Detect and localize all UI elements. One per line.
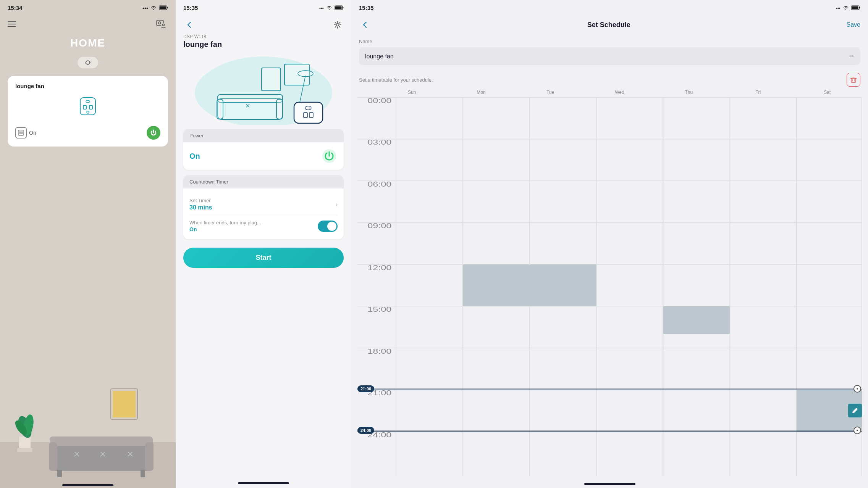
- svg-rect-19: [113, 391, 136, 417]
- svg-marker-7: [90, 61, 91, 63]
- timer-card: Countdown Timer Set Timer 30 mins ›: [183, 175, 344, 239]
- menu-button[interactable]: [8, 21, 16, 27]
- back-button-2[interactable]: [183, 19, 196, 31]
- svg-rect-37: [62, 484, 113, 486]
- svg-rect-39: [343, 7, 344, 8]
- grid-body-wrap: 00:00 03:00 06:00 09:00 12:00 15:00 18:0…: [357, 97, 862, 476]
- status-right-1: ▪▪▪: [142, 5, 168, 11]
- marker-24-line: [374, 430, 853, 431]
- edit-name-button[interactable]: ✏: [849, 53, 854, 60]
- svg-rect-59: [859, 7, 860, 8]
- power-status: On: [189, 152, 200, 161]
- back-button-3[interactable]: [359, 19, 371, 31]
- status-right-2: ▪▪▪: [319, 5, 344, 11]
- timer-toggle-switch[interactable]: [318, 221, 338, 232]
- svg-rect-10: [83, 105, 86, 109]
- edit-schedule-button[interactable]: [848, 404, 862, 417]
- power-card-header: Power: [183, 129, 344, 142]
- status-bar-3: 15:35 ▪▪▪: [351, 0, 868, 14]
- device-card: lounge fan: [8, 76, 168, 147]
- device-header: [176, 16, 351, 34]
- marker-24-handle[interactable]: [853, 427, 861, 434]
- svg-rect-28: [145, 442, 154, 471]
- timetable-row: Set a timetable for your schedule.: [351, 68, 868, 90]
- sync-button[interactable]: [78, 57, 98, 68]
- svg-text:18:00: 18:00: [367, 347, 391, 355]
- start-button[interactable]: Start: [183, 248, 344, 268]
- set-timer-label: Set Timer: [189, 198, 212, 203]
- svg-text:15:00: 15:00: [367, 305, 391, 313]
- col-wed: Wed: [585, 90, 654, 95]
- svg-rect-44: [218, 95, 283, 102]
- power-toggle-button[interactable]: [321, 148, 338, 164]
- device-status-icon: [15, 127, 27, 139]
- settings-button[interactable]: [331, 19, 344, 31]
- timer-toggle-row: When timer ends, turn my plug... On: [189, 215, 338, 234]
- wifi-icon-2: [326, 5, 332, 11]
- home-title: HOME: [0, 37, 176, 49]
- home-indicator-3: [584, 483, 635, 485]
- name-section: Name lounge fan ✏: [351, 34, 868, 68]
- svg-rect-45: [217, 99, 223, 119]
- svg-text:09:00: 09:00: [367, 222, 391, 230]
- device-room-svg: [187, 53, 340, 125]
- profile-button[interactable]: [154, 17, 168, 31]
- col-sun: Sun: [377, 90, 446, 95]
- svg-rect-40: [335, 6, 342, 9]
- schedule-title: Set Schedule: [587, 21, 630, 29]
- col-sat: Sat: [793, 90, 862, 95]
- delete-button[interactable]: [847, 73, 860, 87]
- device-info: DSP-W118 lounge fan: [176, 34, 351, 53]
- device-card-footer: On: [15, 126, 160, 140]
- marker-21-line: [374, 388, 853, 389]
- device-illustration: [176, 53, 351, 129]
- schedule-header: Set Schedule Save: [351, 16, 868, 34]
- svg-rect-1: [167, 7, 168, 8]
- marker-21: 21:00: [357, 385, 862, 393]
- screen-home: 15:34 ▪▪▪: [0, 0, 176, 488]
- svg-point-13: [87, 111, 89, 113]
- svg-point-52: [298, 71, 313, 77]
- svg-rect-53: [294, 102, 323, 123]
- wifi-icon-3: [843, 5, 849, 11]
- timetable-text: Set a timetable for your schedule.: [359, 77, 433, 83]
- time-3: 15:35: [359, 5, 373, 11]
- col-mon: Mon: [446, 90, 516, 95]
- sync-area: [0, 57, 176, 68]
- svg-rect-46: [276, 99, 283, 119]
- marker-21-badge: 21:00: [357, 385, 374, 392]
- col-thu: Thu: [654, 90, 723, 95]
- set-timer-row[interactable]: Set Timer 30 mins ›: [189, 194, 338, 215]
- marker-21-handle[interactable]: [853, 385, 861, 393]
- timer-card-header: Countdown Timer: [183, 175, 344, 188]
- svg-text:00:00: 00:00: [367, 97, 391, 105]
- svg-text:12:00: 12:00: [367, 264, 391, 272]
- status-bar-2: 15:35 ▪▪▪: [176, 0, 351, 14]
- device-status-text: On: [29, 130, 36, 136]
- col-fri: Fri: [723, 90, 792, 95]
- power-row: On: [189, 148, 338, 164]
- svg-text:03:00: 03:00: [367, 138, 391, 146]
- cards-area: Power On: [176, 129, 351, 479]
- chevron-right-icon: ›: [336, 201, 338, 208]
- svg-text:06:00: 06:00: [367, 180, 391, 188]
- battery-icon-2: [335, 5, 344, 11]
- time-1: 15:34: [8, 5, 22, 11]
- device-subtitle: DSP-W118: [183, 34, 344, 39]
- save-button[interactable]: Save: [847, 21, 860, 28]
- time-2: 15:35: [183, 5, 198, 11]
- power-button-home[interactable]: [147, 126, 160, 140]
- schedule-svg: 00:00 03:00 06:00 09:00 12:00 15:00 18:0…: [357, 97, 862, 476]
- device-name-2: lounge fan: [183, 40, 344, 49]
- wifi-icon: [150, 5, 157, 11]
- col-tue: Tue: [516, 90, 585, 95]
- battery-icon-3: [851, 5, 860, 11]
- home-indicator-2: [238, 482, 289, 484]
- svg-rect-92: [463, 264, 530, 306]
- svg-rect-16: [21, 132, 23, 134]
- power-icon: [150, 129, 157, 137]
- screen-schedule: 15:35 ▪▪▪: [351, 0, 868, 488]
- svg-rect-49: [262, 68, 281, 91]
- signal-icon-2: ▪▪▪: [319, 6, 324, 10]
- power-card: Power On: [183, 129, 344, 170]
